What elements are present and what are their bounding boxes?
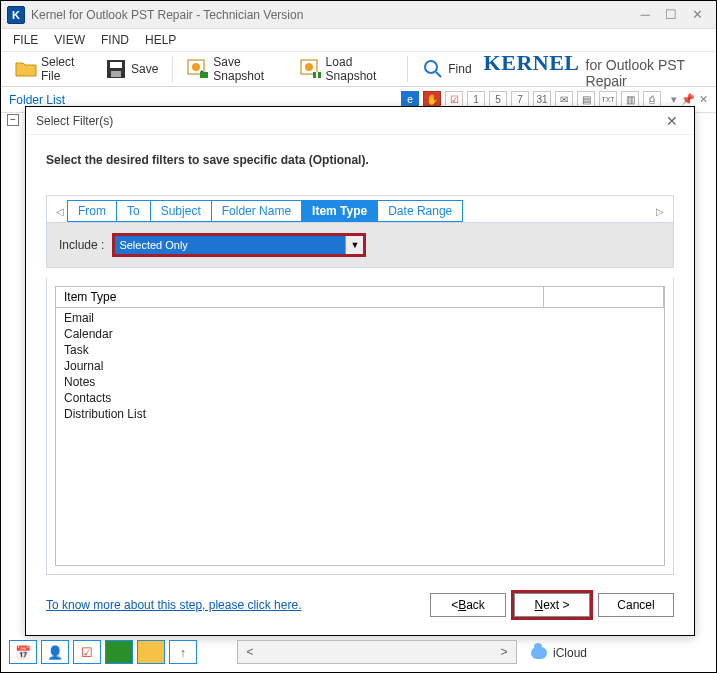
minimize-button[interactable]: ─	[632, 5, 658, 25]
tab-from[interactable]: From	[67, 200, 117, 222]
select-filters-dialog: Select Filter(s) ✕ Select the desired fi…	[25, 106, 695, 636]
menu-help[interactable]: HELP	[145, 33, 176, 47]
load-snapshot-button[interactable]: Load Snapshot	[294, 53, 400, 85]
brand: KERNEL for Outlook PST Repair	[484, 50, 708, 89]
tabs-scroll-left[interactable]: ◁	[53, 202, 67, 220]
select-file-button[interactable]: Select File	[9, 53, 93, 85]
dialog-heading: Select the desired filters to save speci…	[46, 153, 674, 167]
close-button[interactable]: ✕	[684, 5, 710, 25]
svg-rect-1	[110, 62, 122, 68]
tabs-scroll-right[interactable]: ▷	[653, 202, 667, 220]
panel-pin-icon[interactable]: 📌	[681, 93, 695, 106]
toolbar: Select File Save Save Snapshot Load Snap…	[1, 51, 716, 87]
floppy-icon	[105, 58, 127, 80]
view-tasks-icon[interactable]: ☑	[73, 640, 101, 664]
tab-subject[interactable]: Subject	[150, 200, 212, 222]
tab-date-range[interactable]: Date Range	[377, 200, 463, 222]
back-button[interactable]: < Back	[430, 593, 506, 617]
dialog-footer: To know more about this step, please cli…	[26, 575, 694, 635]
window-title: Kernel for Outlook PST Repair - Technici…	[31, 8, 303, 22]
menubar: FILE VIEW FIND HELP	[1, 29, 716, 51]
list-item[interactable]: Task	[64, 342, 656, 358]
help-link[interactable]: To know more about this step, please cli…	[46, 598, 301, 612]
column-item-type[interactable]: Item Type	[56, 287, 544, 307]
save-snapshot-button[interactable]: Save Snapshot	[181, 53, 287, 85]
menu-find[interactable]: FIND	[101, 33, 129, 47]
menu-view[interactable]: VIEW	[54, 33, 85, 47]
include-strip: Include : ▼	[46, 222, 674, 268]
dialog-titlebar: Select Filter(s) ✕	[26, 107, 694, 135]
brand-rest: for Outlook PST Repair	[586, 57, 700, 89]
svg-rect-2	[111, 71, 121, 77]
dialog-title: Select Filter(s)	[36, 114, 113, 128]
magnifier-icon	[422, 58, 444, 80]
horizontal-scrollbar[interactable]: < >	[237, 640, 517, 664]
save-label: Save	[131, 62, 158, 76]
view-contacts-icon[interactable]: 👤	[41, 640, 69, 664]
load-snapshot-label: Load Snapshot	[326, 55, 394, 83]
view-switch-tray: 📅 👤 ☑ ↑	[9, 640, 197, 664]
scroll-left-icon[interactable]: <	[238, 645, 262, 659]
include-label: Include :	[59, 238, 104, 252]
save-button[interactable]: Save	[99, 56, 164, 82]
snapshot-save-icon	[187, 58, 209, 80]
dialog-close-button[interactable]: ✕	[660, 111, 684, 131]
view-notes-icon[interactable]	[105, 640, 133, 664]
view-journal-icon[interactable]	[137, 640, 165, 664]
svg-point-9	[425, 61, 437, 73]
icloud-node[interactable]: iCloud	[531, 646, 587, 660]
folder-list-label: Folder List	[9, 93, 65, 107]
filter-tabs-row: ◁ FromToSubjectFolder NameItem TypeDate …	[46, 195, 674, 222]
snapshot-load-icon	[300, 58, 322, 80]
select-file-label: Select File	[41, 55, 87, 83]
tab-folder-name[interactable]: Folder Name	[211, 200, 302, 222]
app-icon: K	[7, 6, 25, 24]
list-header: Item Type	[56, 287, 664, 308]
include-select-value[interactable]	[115, 236, 345, 254]
folder-open-icon	[15, 58, 37, 80]
titlebar: K Kernel for Outlook PST Repair - Techni…	[1, 1, 716, 29]
tab-to[interactable]: To	[116, 200, 151, 222]
panel-close-icon[interactable]: ✕	[699, 93, 708, 106]
list-item[interactable]: Distribution List	[64, 406, 656, 422]
include-select[interactable]: ▼	[112, 233, 366, 257]
list-item[interactable]: Contacts	[64, 390, 656, 406]
find-label: Find	[448, 62, 471, 76]
column-spare	[544, 287, 664, 307]
icloud-label: iCloud	[553, 646, 587, 660]
cloud-icon	[531, 647, 547, 659]
view-up-icon[interactable]: ↑	[169, 640, 197, 664]
brand-kernel: KERNEL	[484, 50, 580, 76]
folder-tree-root[interactable]: −	[7, 113, 19, 126]
save-snapshot-label: Save Snapshot	[213, 55, 281, 83]
panel-dropdown-icon[interactable]: ▾	[671, 93, 677, 106]
cancel-button[interactable]: Cancel	[598, 593, 674, 617]
list-item[interactable]: Calendar	[64, 326, 656, 342]
svg-rect-5	[200, 72, 208, 78]
item-type-panel: Item Type EmailCalendarTaskJournalNotesC…	[46, 278, 674, 575]
maximize-button[interactable]: ☐	[658, 5, 684, 25]
menu-file[interactable]: FILE	[13, 33, 38, 47]
view-calendar-icon[interactable]: 📅	[9, 640, 37, 664]
svg-point-7	[305, 63, 313, 71]
dropdown-caret-icon[interactable]: ▼	[345, 236, 363, 254]
tab-item-type[interactable]: Item Type	[301, 200, 378, 222]
scroll-right-icon[interactable]: >	[492, 645, 516, 659]
list-item[interactable]: Notes	[64, 374, 656, 390]
next-button[interactable]: Next >	[514, 593, 590, 617]
find-button[interactable]: Find	[416, 56, 477, 82]
list-item[interactable]: Email	[64, 310, 656, 326]
list-item[interactable]: Journal	[64, 358, 656, 374]
svg-point-4	[192, 63, 200, 71]
